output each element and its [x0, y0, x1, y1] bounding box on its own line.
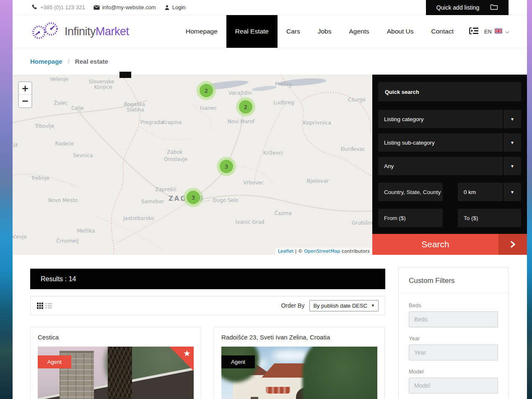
- email-contact[interactable]: info@my-website.com: [93, 4, 156, 10]
- top-bar: +385 (0)1 123 321 info@my-website.com Lo…: [13, 0, 527, 15]
- model-input[interactable]: [409, 378, 498, 394]
- leaflet-link[interactable]: Leaflet: [278, 249, 293, 254]
- year-input[interactable]: [409, 345, 498, 360]
- location-input[interactable]: [378, 183, 443, 201]
- logo-icon: [30, 21, 61, 42]
- dropdown-arrow-icon: ▼: [503, 157, 521, 175]
- listing-type-label: Any: [378, 157, 503, 175]
- map-town-label: Samobor: [141, 199, 164, 205]
- phone-icon: [31, 4, 38, 10]
- map-cluster-count: 2: [239, 100, 252, 114]
- map-town-label: Metlika: [77, 228, 95, 234]
- nav-item-jobs[interactable]: Jobs: [309, 15, 340, 48]
- listing-title[interactable]: Cestica: [38, 334, 194, 341]
- map-town-label: Slovenske: [89, 79, 114, 85]
- map-town-label: Sevnica: [73, 153, 93, 158]
- listing-card[interactable]: Cestica ★ Agent: [30, 327, 201, 399]
- results-count-bar: Results : 14: [30, 269, 385, 289]
- listing-title[interactable]: Radoišće 23, Sveti Ivan Zelina, Croatia: [221, 334, 377, 341]
- nav-item-about-us[interactable]: About Us: [378, 15, 423, 48]
- site-header: InfinityMarket Homepage Real Estate Cars…: [13, 15, 527, 48]
- photo-tree: [302, 347, 377, 399]
- listing-card[interactable]: Radoišće 23, Sveti Ivan Zelina, Croatia …: [214, 327, 385, 399]
- listing-type-select[interactable]: Any ▼: [378, 157, 521, 175]
- login-link[interactable]: Login: [164, 4, 186, 10]
- map-cluster-count: 2: [200, 84, 213, 97]
- year-label: Year: [409, 335, 498, 342]
- photo-tree-trunk: [108, 347, 132, 399]
- map-town-label: Pregrada: [140, 119, 163, 125]
- search-button[interactable]: Search: [372, 234, 527, 255]
- language-selector[interactable]: EN: [484, 28, 509, 35]
- quick-search-panel: Quick search Listing category ▼ Listing …: [372, 75, 527, 255]
- attribution-separator: | ©: [293, 249, 304, 254]
- map-town-label: Ivanić Grad: [236, 219, 265, 225]
- quick-add-listing-button[interactable]: Quick add listing: [426, 0, 509, 15]
- person-icon: [164, 5, 170, 10]
- dropdown-arrow-icon: ▼: [503, 183, 521, 201]
- map-town-label: Grubišno: [352, 220, 372, 226]
- zoom-out-button[interactable]: −: [19, 95, 31, 107]
- zoom-in-button[interactable]: +: [19, 82, 31, 95]
- map-town-label: Jastrebarsko: [123, 215, 154, 221]
- agent-badge: Agent: [38, 355, 71, 368]
- breadcrumb-homepage-link[interactable]: Homepage: [30, 58, 62, 65]
- nav-item-real-estate[interactable]: Real Estate: [226, 15, 278, 48]
- nav-item-contact[interactable]: Contact: [423, 15, 462, 48]
- map-town-label: Radeće: [55, 141, 74, 147]
- map-town-label: Velenje: [50, 76, 68, 82]
- uk-flag-icon: [495, 28, 502, 35]
- nav-item-cars[interactable]: Cars: [278, 15, 309, 48]
- main-nav: Homepage Real Estate Cars Jobs Agents Ab…: [177, 15, 527, 48]
- map-cluster-marker[interactable]: 3: [184, 188, 203, 207]
- listing-photo[interactable]: Agent: [221, 347, 377, 399]
- listing-subcategory-select[interactable]: Listing sub-category ▼: [378, 133, 521, 152]
- price-to-input[interactable]: [458, 209, 521, 227]
- breadcrumb-separator: /: [68, 58, 70, 65]
- price-from-input[interactable]: [378, 209, 443, 227]
- map-cluster-marker[interactable]: 2: [197, 81, 216, 100]
- quick-search-title: Quick search: [378, 82, 521, 101]
- list-view-icon[interactable]: [45, 303, 52, 309]
- map-cluster-count: 3: [187, 191, 200, 204]
- map-town-label: Rogaška: [124, 101, 145, 107]
- listing-photo[interactable]: ★ Agent: [38, 347, 194, 399]
- map-town-label: Đurđevac: [341, 146, 365, 152]
- map-town-label: Koprivnica: [303, 119, 331, 126]
- osm-link[interactable]: OpenStreetMap: [304, 249, 340, 254]
- site-logo[interactable]: InfinityMarket: [30, 15, 129, 48]
- map-cluster-marker[interactable]: 2: [236, 97, 255, 117]
- map-town-label: ja: [13, 142, 18, 148]
- map-popup-fragment: [119, 72, 131, 78]
- map-cluster-marker[interactable]: 3: [217, 157, 236, 176]
- map-cluster-count: 3: [220, 160, 233, 173]
- breadcrumb-current: Real estate: [75, 58, 108, 65]
- compare-panel-icon[interactable]: [469, 27, 479, 36]
- attribution-suffix: contributors: [340, 249, 370, 254]
- order-by-select[interactable]: By publish date DESC ▼: [309, 300, 379, 311]
- order-by-value: By publish date DESC: [313, 303, 367, 309]
- map-town-label: Celje: [71, 105, 84, 111]
- grid-view-icon[interactable]: [37, 303, 43, 309]
- star-icon: ★: [183, 348, 191, 358]
- map-town-label: Čazma: [274, 210, 291, 216]
- website-page: +385 (0)1 123 321 info@my-website.com Lo…: [13, 0, 527, 399]
- map-town-label: Krapina: [162, 119, 182, 125]
- nav-item-homepage[interactable]: Homepage: [177, 15, 226, 48]
- radius-select[interactable]: 0 km ▼: [458, 183, 521, 201]
- radius-value: 0 km: [458, 183, 503, 201]
- map-canvas[interactable]: + − Leaflet | © OpenStreetMap contributo…: [13, 75, 372, 255]
- beds-input[interactable]: [409, 311, 498, 327]
- map-town-label: Slatina: [127, 107, 144, 113]
- listing-category-select[interactable]: Listing category ▼: [378, 110, 521, 128]
- nav-item-agents[interactable]: Agents: [340, 15, 378, 48]
- map-town-label: Oroslavje: [164, 156, 187, 162]
- map-zoom-control: + −: [18, 81, 32, 108]
- photo-cloud: [272, 350, 309, 361]
- map-town-label: Novo Mesto: [48, 197, 78, 203]
- map-attribution: Leaflet | © OpenStreetMap contributors: [275, 248, 372, 255]
- map-town-label: Prelog: [275, 81, 292, 87]
- results-section: Results : 14: [13, 255, 527, 399]
- order-by-label: Order By: [281, 302, 304, 309]
- map-town-label: Bjelovar: [306, 178, 329, 184]
